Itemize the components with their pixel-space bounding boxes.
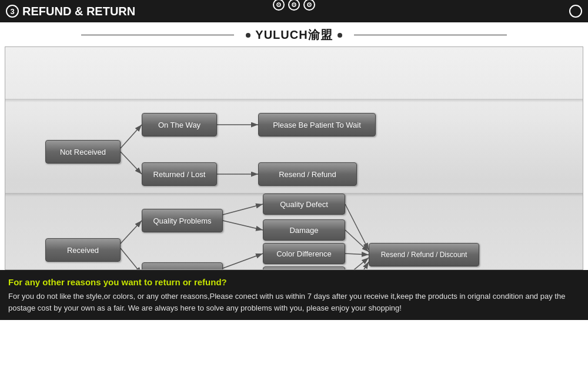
- svg-line-20: [345, 254, 369, 255]
- circle-icon-3: [303, 0, 315, 11]
- header-title: 3 REFUND & RETURN: [6, 5, 135, 18]
- svg-line-14: [223, 221, 263, 230]
- svg-line-18: [345, 204, 369, 250]
- svg-point-1: [278, 4, 279, 5]
- svg-line-13: [223, 204, 263, 215]
- bottom-section: For any other reasons you want to return…: [0, 270, 588, 320]
- svg-line-7: [121, 125, 142, 148]
- node-not-received: Not Received: [45, 140, 121, 164]
- brand-dot-left: [246, 33, 250, 38]
- diagram-container: Not Received On The Way Returned / Lost …: [5, 46, 583, 270]
- node-received: Received: [45, 238, 121, 262]
- node-quality-problems: Quality Problems: [142, 209, 223, 232]
- header-number: 3: [6, 5, 19, 18]
- node-color-difference: Color Difference: [263, 243, 345, 264]
- svg-point-5: [309, 4, 310, 5]
- bottom-text: For you do not like the style,or colors,…: [8, 291, 580, 314]
- bottom-question: For any other reasons you want to return…: [8, 277, 580, 287]
- node-resend-refund-discount: Resend / Refund / Discount: [369, 243, 479, 266]
- node-not-fit: Not Fit: [263, 266, 345, 270]
- node-please-wait: Please Be Patient To Wait: [258, 113, 376, 136]
- svg-line-19: [345, 230, 369, 252]
- circle-icon-1: [273, 0, 285, 11]
- brand-bar: YULUCH渝盟: [0, 22, 588, 46]
- node-quality-defect: Quality Defect: [263, 194, 345, 215]
- header: 3 REFUND & RETURN: [0, 0, 588, 22]
- node-resend-refund-simple: Resend / Refund: [258, 162, 357, 186]
- svg-line-15: [223, 254, 263, 268]
- svg-line-12: [121, 248, 142, 269]
- header-icons: [273, 0, 315, 11]
- brand-line-right: [354, 35, 507, 35]
- brand-name: YULUCH渝盟: [255, 27, 332, 43]
- node-on-the-way: On The Way: [142, 113, 217, 136]
- svg-line-8: [121, 152, 142, 174]
- circle-icon-2: [288, 0, 300, 11]
- brand-line-left: [81, 35, 234, 35]
- svg-line-21: [345, 258, 369, 269]
- svg-point-3: [293, 4, 295, 5]
- header-right-circle-icon: [569, 5, 582, 18]
- shelf-shadow-1: [5, 99, 583, 102]
- node-damage: Damage: [263, 219, 345, 241]
- node-returned-lost: Returned / Lost: [142, 162, 217, 186]
- brand-dot-right: [338, 33, 342, 38]
- node-other-questions: Other Questions: [142, 262, 223, 270]
- svg-line-11: [121, 221, 142, 244]
- svg-line-22: [345, 262, 369, 269]
